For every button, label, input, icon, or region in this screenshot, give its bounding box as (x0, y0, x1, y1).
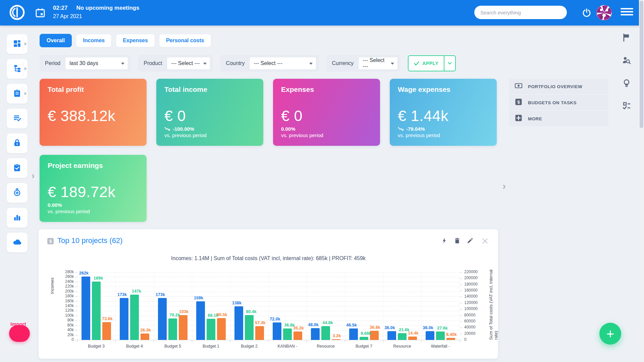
apply-split-button[interactable] (444, 56, 455, 71)
close-icon[interactable] (481, 237, 489, 245)
kpi-change: -100.00% (164, 125, 255, 132)
sidebar-expand-chevron[interactable]: › (32, 170, 35, 181)
quick-link-label: PORTFOLIO OVERVIEW (528, 84, 582, 89)
chart-bar (321, 326, 330, 340)
sidebar-item-reports[interactable] (7, 208, 28, 228)
bar-value-label: 90.5k (217, 312, 227, 317)
sidebar-item-project-tree[interactable] (7, 59, 28, 79)
lightbulb-icon[interactable] (622, 78, 632, 88)
quick-link-more[interactable]: MORE (509, 111, 608, 126)
right-axis-tick-label: 0 (464, 337, 486, 342)
calendar-icon[interactable] (35, 7, 46, 18)
right-rail (622, 33, 633, 124)
right-axis-tick-label: 200000 (464, 276, 486, 280)
chart-bar (360, 337, 368, 340)
category-label: Budget 5 (154, 344, 192, 349)
sidebar-item-dashboard[interactable] (7, 34, 28, 54)
item-divider (23, 37, 23, 51)
chart-bar (207, 319, 215, 340)
lightning-icon[interactable] (441, 237, 448, 245)
right-axis-tick-label: 80000 (464, 313, 486, 317)
search-input[interactable] (474, 6, 567, 19)
axis-tickmark (75, 292, 77, 292)
tab-personal-costs[interactable]: Personal costs (159, 34, 211, 47)
sidebar-item-time-tracking[interactable] (7, 183, 28, 203)
left-axis-tick-label: 200k (55, 289, 74, 294)
kpi-change: -79.04% (398, 125, 489, 132)
pencil-icon[interactable] (467, 237, 474, 245)
apply-button-group: APPLY (408, 55, 456, 71)
left-axis-tick-label: 20k (55, 333, 74, 337)
tab-incomes[interactable]: Incomes (76, 34, 112, 47)
kpi-value: € 0 (164, 108, 255, 124)
category-tick (345, 340, 345, 342)
grid-vline (460, 272, 460, 340)
sidebar-item-permissions[interactable] (7, 133, 28, 153)
period-select[interactable]: last 30 days (65, 57, 128, 70)
right-axis-tick-label: 120000 (464, 300, 486, 305)
tab-expenses[interactable]: Expenses (116, 34, 155, 47)
gridline (77, 287, 460, 287)
right-axis-tick-label: 40000 (464, 325, 486, 329)
carousel-next-chevron[interactable]: › (502, 180, 506, 192)
axis-tickmark (460, 340, 462, 340)
kpi-note (48, 132, 139, 139)
top-bar: 02:27 No upcoming meetings 27 Apr 2021 (0, 0, 644, 25)
chart-bar (293, 331, 302, 340)
apply-button[interactable]: APPLY (409, 56, 444, 71)
kpi-note: vs. previous period (398, 132, 489, 139)
chart-bar (82, 277, 90, 340)
axis-tickmark (75, 277, 77, 277)
chevron-down-icon (121, 63, 124, 65)
currency-select[interactable]: --- Select --- (358, 57, 398, 70)
right-axis-title: Sum of Total costs (VAT incl, internal r… (488, 267, 498, 340)
currency-value: --- Select --- (363, 57, 387, 69)
power-icon[interactable] (582, 7, 592, 18)
axis-tickmark (460, 278, 462, 279)
axis-tickmark (75, 330, 77, 330)
sidebar-item-projects[interactable] (7, 84, 28, 104)
left-axis-tick-label: 140k (55, 303, 74, 308)
bar-value-label: 189k (94, 276, 103, 281)
chart-bar (130, 295, 139, 340)
header-date: 27 Apr 2021 (53, 13, 82, 19)
widget-title[interactable]: Top 10 projects (62) (57, 236, 122, 245)
item-divider (23, 62, 23, 76)
bar-value-label: 36.0k (423, 325, 433, 330)
country-select[interactable]: --- Select --- (249, 57, 316, 70)
right-axis-tick-label: 60000 (464, 319, 486, 323)
checklist-icon[interactable] (622, 101, 632, 111)
bar-value-label: 159k (194, 296, 203, 300)
quick-link-portfolio-overview[interactable]: PORTFOLIO OVERVIEW (509, 79, 608, 94)
right-axis-tick-label: 180000 (464, 282, 486, 287)
category-tick (421, 340, 422, 342)
sidebar-item-tasks[interactable] (7, 109, 28, 128)
menu-icon[interactable] (621, 8, 633, 17)
right-axis-tick-label: 140000 (464, 294, 486, 299)
country-label: Country (226, 60, 245, 66)
product-select[interactable]: --- Select --- (167, 57, 210, 70)
tab-overall[interactable]: Overall (40, 34, 72, 47)
user-search-icon[interactable] (622, 56, 632, 66)
kpi-change (48, 125, 139, 132)
project-tree-icon (13, 64, 21, 74)
kpi-card-total-income: Total income € 0 -100.00% vs. previous p… (156, 79, 263, 146)
trash-icon[interactable] (454, 237, 461, 245)
quick-link-budgets-on-tasks[interactable]: $ BUDGETS ON TASKS (509, 95, 608, 110)
avatar[interactable] (596, 5, 612, 20)
page-scrollbar-thumb[interactable] (640, 1, 643, 128)
import-button[interactable] (9, 325, 30, 342)
kpi-value: € 189.72k (48, 184, 139, 200)
app-logo[interactable] (9, 4, 25, 21)
task-list-check-icon (13, 114, 21, 124)
category-tick (115, 340, 116, 342)
chart-bar (92, 282, 101, 340)
kpi-change: 0.00% (48, 201, 139, 208)
sidebar-item-approvals[interactable] (7, 158, 28, 178)
axis-tickmark (75, 301, 77, 302)
add-fab-button[interactable]: + (599, 323, 621, 345)
chart-bar (245, 315, 254, 340)
flag-icon[interactable] (622, 33, 632, 43)
sidebar-item-cloud[interactable] (7, 233, 28, 252)
kpi-title: Total profit (48, 85, 139, 94)
